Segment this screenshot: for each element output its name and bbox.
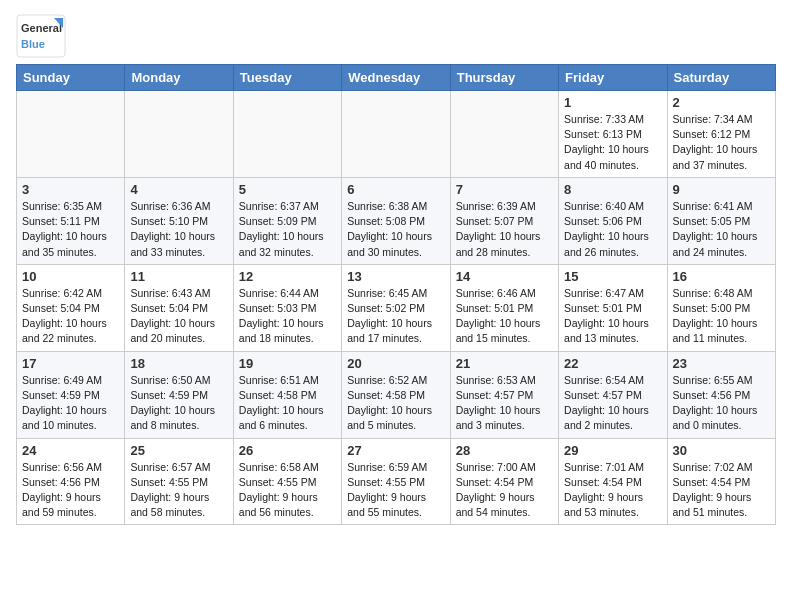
day-info: Sunrise: 7:02 AMSunset: 4:54 PMDaylight:… [673, 460, 770, 521]
calendar-header-row: SundayMondayTuesdayWednesdayThursdayFrid… [17, 65, 776, 91]
day-number: 20 [347, 356, 444, 371]
day-info: Sunrise: 6:52 AMSunset: 4:58 PMDaylight:… [347, 373, 444, 434]
day-number: 26 [239, 443, 336, 458]
day-number: 3 [22, 182, 119, 197]
day-number: 15 [564, 269, 661, 284]
day-info: Sunrise: 6:44 AMSunset: 5:03 PMDaylight:… [239, 286, 336, 347]
calendar-week-1: 1Sunrise: 7:33 AMSunset: 6:13 PMDaylight… [17, 91, 776, 178]
calendar-week-2: 3Sunrise: 6:35 AMSunset: 5:11 PMDaylight… [17, 177, 776, 264]
svg-text:Blue: Blue [21, 38, 45, 50]
day-number: 7 [456, 182, 553, 197]
calendar-cell: 21Sunrise: 6:53 AMSunset: 4:57 PMDayligh… [450, 351, 558, 438]
day-number: 28 [456, 443, 553, 458]
day-info: Sunrise: 6:57 AMSunset: 4:55 PMDaylight:… [130, 460, 227, 521]
day-number: 22 [564, 356, 661, 371]
day-number: 8 [564, 182, 661, 197]
day-number: 12 [239, 269, 336, 284]
logo-svg: General Blue [16, 14, 66, 58]
day-info: Sunrise: 6:37 AMSunset: 5:09 PMDaylight:… [239, 199, 336, 260]
day-number: 25 [130, 443, 227, 458]
day-info: Sunrise: 6:46 AMSunset: 5:01 PMDaylight:… [456, 286, 553, 347]
day-info: Sunrise: 6:39 AMSunset: 5:07 PMDaylight:… [456, 199, 553, 260]
calendar-cell: 24Sunrise: 6:56 AMSunset: 4:56 PMDayligh… [17, 438, 125, 525]
calendar-cell: 7Sunrise: 6:39 AMSunset: 5:07 PMDaylight… [450, 177, 558, 264]
col-header-tuesday: Tuesday [233, 65, 341, 91]
col-header-friday: Friday [559, 65, 667, 91]
calendar-cell: 16Sunrise: 6:48 AMSunset: 5:00 PMDayligh… [667, 264, 775, 351]
calendar-cell: 29Sunrise: 7:01 AMSunset: 4:54 PMDayligh… [559, 438, 667, 525]
day-info: Sunrise: 6:56 AMSunset: 4:56 PMDaylight:… [22, 460, 119, 521]
day-info: Sunrise: 6:47 AMSunset: 5:01 PMDaylight:… [564, 286, 661, 347]
col-header-saturday: Saturday [667, 65, 775, 91]
day-info: Sunrise: 7:33 AMSunset: 6:13 PMDaylight:… [564, 112, 661, 173]
day-number: 6 [347, 182, 444, 197]
day-info: Sunrise: 6:55 AMSunset: 4:56 PMDaylight:… [673, 373, 770, 434]
day-info: Sunrise: 6:35 AMSunset: 5:11 PMDaylight:… [22, 199, 119, 260]
day-info: Sunrise: 7:01 AMSunset: 4:54 PMDaylight:… [564, 460, 661, 521]
calendar-cell: 2Sunrise: 7:34 AMSunset: 6:12 PMDaylight… [667, 91, 775, 178]
calendar: SundayMondayTuesdayWednesdayThursdayFrid… [16, 64, 776, 525]
calendar-week-5: 24Sunrise: 6:56 AMSunset: 4:56 PMDayligh… [17, 438, 776, 525]
calendar-cell: 4Sunrise: 6:36 AMSunset: 5:10 PMDaylight… [125, 177, 233, 264]
header: General Blue [16, 10, 776, 58]
day-number: 13 [347, 269, 444, 284]
calendar-cell: 1Sunrise: 7:33 AMSunset: 6:13 PMDaylight… [559, 91, 667, 178]
day-info: Sunrise: 6:43 AMSunset: 5:04 PMDaylight:… [130, 286, 227, 347]
calendar-cell: 23Sunrise: 6:55 AMSunset: 4:56 PMDayligh… [667, 351, 775, 438]
calendar-cell: 3Sunrise: 6:35 AMSunset: 5:11 PMDaylight… [17, 177, 125, 264]
day-number: 14 [456, 269, 553, 284]
calendar-cell: 12Sunrise: 6:44 AMSunset: 5:03 PMDayligh… [233, 264, 341, 351]
day-info: Sunrise: 6:48 AMSunset: 5:00 PMDaylight:… [673, 286, 770, 347]
calendar-cell [125, 91, 233, 178]
day-number: 23 [673, 356, 770, 371]
day-info: Sunrise: 6:53 AMSunset: 4:57 PMDaylight:… [456, 373, 553, 434]
col-header-wednesday: Wednesday [342, 65, 450, 91]
day-info: Sunrise: 6:54 AMSunset: 4:57 PMDaylight:… [564, 373, 661, 434]
calendar-cell: 17Sunrise: 6:49 AMSunset: 4:59 PMDayligh… [17, 351, 125, 438]
calendar-cell: 13Sunrise: 6:45 AMSunset: 5:02 PMDayligh… [342, 264, 450, 351]
calendar-cell: 10Sunrise: 6:42 AMSunset: 5:04 PMDayligh… [17, 264, 125, 351]
svg-text:General: General [21, 22, 62, 34]
calendar-cell: 19Sunrise: 6:51 AMSunset: 4:58 PMDayligh… [233, 351, 341, 438]
calendar-cell [233, 91, 341, 178]
calendar-cell: 18Sunrise: 6:50 AMSunset: 4:59 PMDayligh… [125, 351, 233, 438]
day-info: Sunrise: 6:50 AMSunset: 4:59 PMDaylight:… [130, 373, 227, 434]
calendar-cell [17, 91, 125, 178]
day-number: 17 [22, 356, 119, 371]
calendar-cell: 27Sunrise: 6:59 AMSunset: 4:55 PMDayligh… [342, 438, 450, 525]
day-info: Sunrise: 6:59 AMSunset: 4:55 PMDaylight:… [347, 460, 444, 521]
day-number: 4 [130, 182, 227, 197]
day-info: Sunrise: 6:36 AMSunset: 5:10 PMDaylight:… [130, 199, 227, 260]
day-number: 1 [564, 95, 661, 110]
calendar-cell: 28Sunrise: 7:00 AMSunset: 4:54 PMDayligh… [450, 438, 558, 525]
col-header-monday: Monday [125, 65, 233, 91]
day-number: 11 [130, 269, 227, 284]
calendar-week-3: 10Sunrise: 6:42 AMSunset: 5:04 PMDayligh… [17, 264, 776, 351]
day-info: Sunrise: 6:49 AMSunset: 4:59 PMDaylight:… [22, 373, 119, 434]
day-number: 30 [673, 443, 770, 458]
day-info: Sunrise: 7:00 AMSunset: 4:54 PMDaylight:… [456, 460, 553, 521]
day-number: 21 [456, 356, 553, 371]
day-number: 29 [564, 443, 661, 458]
day-info: Sunrise: 6:38 AMSunset: 5:08 PMDaylight:… [347, 199, 444, 260]
day-info: Sunrise: 6:42 AMSunset: 5:04 PMDaylight:… [22, 286, 119, 347]
day-number: 16 [673, 269, 770, 284]
col-header-sunday: Sunday [17, 65, 125, 91]
calendar-cell: 25Sunrise: 6:57 AMSunset: 4:55 PMDayligh… [125, 438, 233, 525]
calendar-cell: 8Sunrise: 6:40 AMSunset: 5:06 PMDaylight… [559, 177, 667, 264]
calendar-cell: 6Sunrise: 6:38 AMSunset: 5:08 PMDaylight… [342, 177, 450, 264]
day-info: Sunrise: 6:45 AMSunset: 5:02 PMDaylight:… [347, 286, 444, 347]
col-header-thursday: Thursday [450, 65, 558, 91]
calendar-cell: 26Sunrise: 6:58 AMSunset: 4:55 PMDayligh… [233, 438, 341, 525]
page: General Blue SundayMondayTuesdayWednesda… [0, 0, 792, 535]
calendar-cell: 11Sunrise: 6:43 AMSunset: 5:04 PMDayligh… [125, 264, 233, 351]
logo: General Blue [16, 14, 66, 58]
day-info: Sunrise: 7:34 AMSunset: 6:12 PMDaylight:… [673, 112, 770, 173]
calendar-cell: 20Sunrise: 6:52 AMSunset: 4:58 PMDayligh… [342, 351, 450, 438]
day-number: 24 [22, 443, 119, 458]
calendar-cell: 9Sunrise: 6:41 AMSunset: 5:05 PMDaylight… [667, 177, 775, 264]
calendar-cell: 15Sunrise: 6:47 AMSunset: 5:01 PMDayligh… [559, 264, 667, 351]
day-info: Sunrise: 6:41 AMSunset: 5:05 PMDaylight:… [673, 199, 770, 260]
day-number: 9 [673, 182, 770, 197]
day-number: 5 [239, 182, 336, 197]
